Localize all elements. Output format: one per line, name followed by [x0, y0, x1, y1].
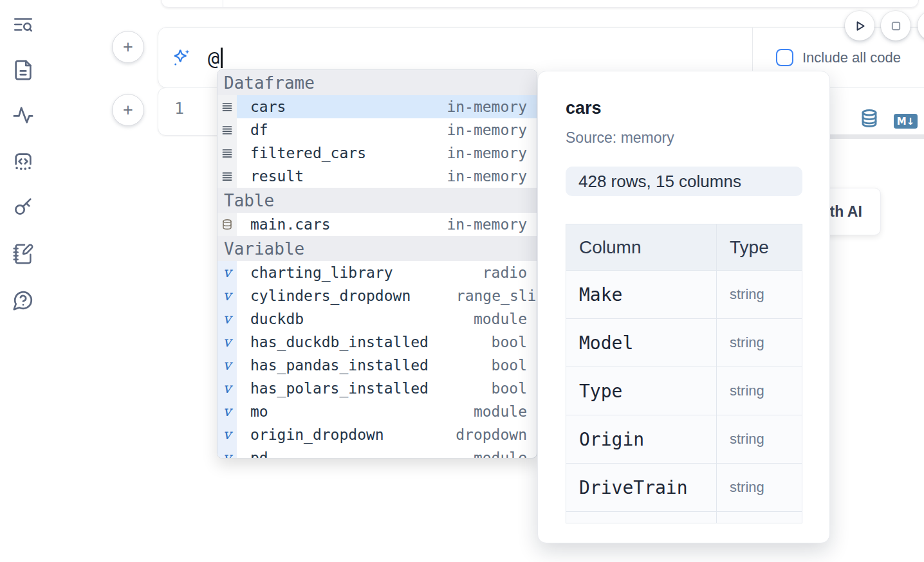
- preview-title: cars: [566, 98, 602, 118]
- add-cell-button[interactable]: +: [112, 94, 144, 126]
- variable-icon: v: [217, 331, 237, 354]
- variable-icon: v: [217, 261, 237, 284]
- run-cell-button[interactable]: [845, 11, 874, 41]
- cell-divider: [223, 0, 223, 7]
- include-all-code-label: Include all code: [802, 50, 901, 66]
- shape-badge: 428 rows, 15 columns: [566, 167, 802, 196]
- completion-item-result[interactable]: resultin-memory: [217, 165, 537, 188]
- help-chat-icon[interactable]: [12, 289, 34, 311]
- completion-section-header: Dataframe: [217, 70, 537, 95]
- include-all-code-option[interactable]: Include all code: [776, 49, 901, 66]
- preview-source: Source: memory: [566, 129, 674, 147]
- completion-item-has-polars-installed[interactable]: v has_polars_installedbool: [217, 377, 537, 400]
- include-all-code-checkbox[interactable]: [776, 49, 793, 66]
- completion-item-cars[interactable]: carsin-memory: [217, 95, 537, 118]
- schema-table: Column Type Make string Model string Typ…: [566, 224, 802, 523]
- dataframe-preview-panel: cars Source: memory 428 rows, 15 columns…: [537, 71, 830, 543]
- dataframe-rows-icon: [217, 141, 237, 165]
- completion-item-charting-library[interactable]: v charting_libraryradio: [217, 261, 537, 284]
- play-icon: [851, 17, 869, 35]
- previous-cell-partial: [161, 0, 919, 8]
- database-icon: [217, 213, 237, 236]
- line-number: 1: [174, 99, 184, 118]
- stop-cell-button[interactable]: [881, 11, 910, 41]
- variable-icon: v: [217, 307, 237, 331]
- completion-item-df[interactable]: dfin-memory: [217, 118, 537, 141]
- markdown-icon[interactable]: M↓: [894, 114, 918, 129]
- activity-icon[interactable]: [12, 104, 34, 126]
- completion-section-header: Variable: [217, 236, 537, 261]
- dataframe-rows-icon: [217, 118, 237, 141]
- variable-icon: v: [217, 377, 237, 400]
- prompt-value: @: [208, 47, 219, 69]
- file-document-icon[interactable]: [12, 59, 34, 81]
- variable-icon: v: [217, 400, 237, 423]
- completion-item-origin-dropdown[interactable]: v origin_dropdowndropdown: [217, 423, 537, 446]
- stop-icon: [887, 17, 905, 35]
- completion-item-pd[interactable]: v pdmodule: [217, 446, 537, 458]
- variable-icon: v: [217, 354, 237, 377]
- completion-section-header: Table: [217, 188, 537, 213]
- database-sources-icon[interactable]: [860, 109, 879, 128]
- variable-icon: v: [217, 423, 237, 446]
- schema-table-row: Model string: [566, 318, 802, 367]
- marimo-notebook: + + @ Include all code 1 M↓ Generate wit…: [0, 0, 924, 562]
- completion-item-has-duckdb-installed[interactable]: v has_duckdb_installedbool: [217, 331, 537, 354]
- completion-item-filtered-cars[interactable]: filtered_carsin-memory: [217, 141, 537, 165]
- completion-item-duckdb[interactable]: v duckdbmodule: [217, 307, 537, 331]
- key-icon[interactable]: [12, 195, 34, 217]
- variable-icon: v: [217, 446, 237, 458]
- ai-sparkle-icon: [172, 48, 191, 68]
- mention-completion-dropdown[interactable]: Dataframe carsin-memory dfin-memory filt…: [217, 69, 537, 458]
- schema-table-row: Type string: [566, 367, 802, 415]
- completion-item-cylinders-dropdown[interactable]: v cylinders_dropdownrange_slider: [217, 284, 537, 307]
- variable-icon: v: [217, 284, 237, 307]
- dataframe-rows-icon: [217, 165, 237, 188]
- ai-prompt-input[interactable]: @: [208, 46, 223, 70]
- code-snippet-icon[interactable]: [12, 150, 34, 172]
- completion-item-mo[interactable]: v momodule: [217, 400, 537, 423]
- schema-table-row: [566, 511, 802, 523]
- table-of-contents-search-icon[interactable]: [12, 14, 34, 35]
- schema-table-row: Origin string: [566, 415, 802, 463]
- schema-table-header: Column Type: [566, 224, 802, 270]
- completion-item-has-pandas-installed[interactable]: v has_pandas_installedbool: [217, 354, 537, 377]
- schema-table-row: DriveTrain string: [566, 463, 802, 511]
- schema-table-row: Make string: [566, 270, 802, 318]
- dataframe-rows-icon: [217, 95, 237, 118]
- add-cell-button[interactable]: +: [112, 31, 144, 63]
- text-cursor: [221, 48, 223, 68]
- notebook-pen-icon[interactable]: [12, 243, 34, 265]
- completion-item-main-cars[interactable]: main.carsin-memory: [217, 213, 537, 236]
